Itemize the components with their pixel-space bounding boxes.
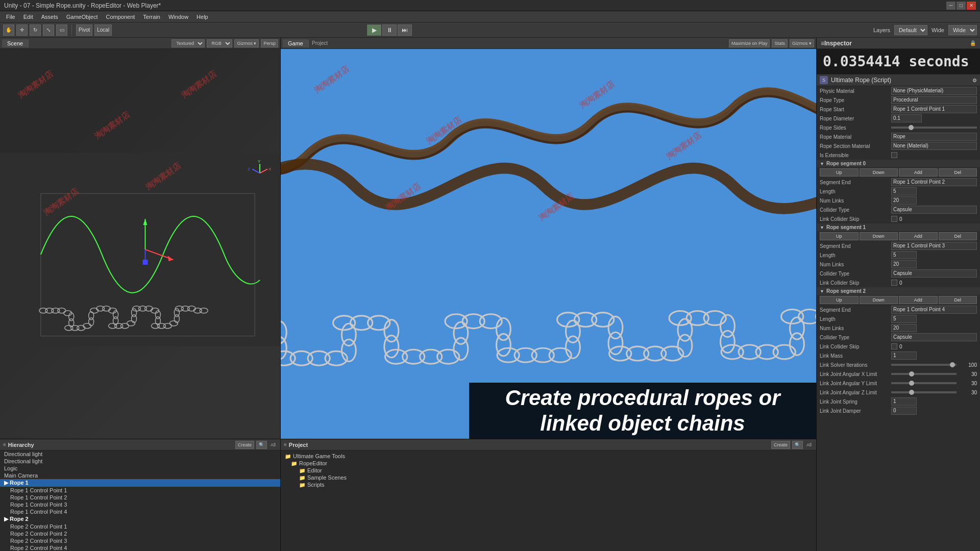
- segment1-up-button[interactable]: Up: [820, 232, 859, 240]
- segment2-header[interactable]: ▼ Rope segment 2: [817, 287, 980, 295]
- gizmos-button[interactable]: Gizmos ▾: [234, 39, 259, 47]
- project-search-button[interactable]: 🔍: [792, 441, 803, 449]
- rope-diameter-value[interactable]: 0.1: [891, 114, 922, 122]
- segment1-skip-checkbox[interactable]: [891, 280, 897, 286]
- minimize-button[interactable]: ─: [946, 2, 955, 10]
- hierarchy-search-button[interactable]: 🔍: [256, 441, 267, 449]
- rope-section-material-value[interactable]: None (Material): [891, 142, 977, 150]
- step-button[interactable]: ⏭: [398, 24, 412, 36]
- project-tree-sample-scenes[interactable]: 📁 Sample Scenes: [283, 474, 814, 481]
- segment2-del-button[interactable]: Del: [939, 296, 977, 304]
- hierarchy-item-logic[interactable]: Logic: [0, 465, 280, 472]
- menu-terrain[interactable]: Terrain: [139, 13, 164, 21]
- rope-type-value[interactable]: Procedural: [891, 96, 977, 104]
- project-tree-scripts[interactable]: 📁 Scripts: [283, 481, 814, 488]
- segment1-del-button[interactable]: Del: [939, 232, 977, 240]
- hierarchy-item-directional-light-1[interactable]: Directional light: [0, 450, 280, 458]
- segment2-collider-value[interactable]: Capsule: [891, 333, 977, 341]
- segment0-length-value[interactable]: 5: [891, 187, 917, 195]
- menu-assets[interactable]: Assets: [37, 13, 62, 21]
- scale-tool-button[interactable]: ⤡: [43, 24, 54, 36]
- rotate-tool-button[interactable]: ↻: [30, 24, 41, 36]
- render-mode-dropdown[interactable]: Textured: [172, 39, 205, 47]
- segment0-add-button[interactable]: Add: [899, 168, 938, 177]
- segment2-end-value[interactable]: Rope 1 Control Point 4: [891, 306, 977, 314]
- link-joint-damper-value[interactable]: 0: [891, 407, 917, 415]
- play-button[interactable]: ▶: [367, 24, 381, 36]
- project-create-button[interactable]: Create: [771, 441, 790, 449]
- segment2-down-button[interactable]: Down: [860, 296, 898, 304]
- hierarchy-item-rope1-cp1[interactable]: Rope 1 Control Point 1: [0, 487, 280, 494]
- inspector-lock-icon[interactable]: 🔒: [970, 40, 976, 46]
- segment0-skip-checkbox[interactable]: [891, 216, 897, 222]
- segment0-up-button[interactable]: Up: [820, 168, 859, 177]
- segment0-del-button[interactable]: Del: [939, 168, 977, 177]
- hierarchy-item-rope2[interactable]: ▶ Rope 2: [0, 515, 280, 523]
- hierarchy-item-rope2-cp3[interactable]: Rope 2 Control Point 3: [0, 537, 280, 544]
- segment2-skip-checkbox[interactable]: [891, 343, 897, 349]
- menu-edit[interactable]: Edit: [19, 13, 37, 21]
- hierarchy-item-directional-light-2[interactable]: Directional light: [0, 458, 280, 465]
- segment1-header[interactable]: ▼ Rope segment 1: [817, 223, 980, 231]
- segment0-header[interactable]: ▼ Rope segment 0: [817, 160, 980, 167]
- rope-start-value[interactable]: Rope 1 Control Point 1: [891, 105, 977, 113]
- maximize-button[interactable]: □: [957, 2, 966, 10]
- segment2-add-button[interactable]: Add: [899, 296, 938, 304]
- hierarchy-item-rope2-cp4[interactable]: Rope 2 Control Point 4: [0, 544, 280, 551]
- project-tree-editor[interactable]: 📁 Editor: [283, 467, 814, 474]
- link-mass-value[interactable]: 1: [891, 352, 917, 360]
- is-extensible-checkbox[interactable]: [891, 152, 897, 158]
- hierarchy-item-rope1-cp3[interactable]: Rope 1 Control Point 3: [0, 501, 280, 508]
- hierarchy-item-main-camera[interactable]: Main Camera: [0, 472, 280, 479]
- rgb-mode-dropdown[interactable]: RGB: [207, 39, 232, 47]
- link-joint-y-slider[interactable]: [891, 382, 957, 384]
- segment1-add-button[interactable]: Add: [899, 232, 938, 240]
- rope-material-value[interactable]: Rope: [891, 133, 977, 141]
- close-button[interactable]: ✕: [967, 2, 976, 10]
- link-joint-spring-value[interactable]: 1: [891, 397, 917, 406]
- segment0-numlinks-value[interactable]: 20: [891, 196, 917, 205]
- project-tree-rope-editor[interactable]: 📁 RopeEditor: [283, 460, 814, 467]
- maximize-on-play-button[interactable]: Maximize on Play: [729, 39, 770, 47]
- hierarchy-item-rope2-cp1[interactable]: Rope 2 Control Point 1: [0, 523, 280, 530]
- inspector-scroll[interactable]: 0.0354414 seconds S Ultimate Rope (Scrip…: [817, 49, 980, 551]
- physic-material-value[interactable]: None (PhysicMaterial): [891, 87, 977, 95]
- menu-component[interactable]: Component: [102, 13, 139, 21]
- hierarchy-item-rope1-cp4[interactable]: Rope 1 Control Point 4: [0, 508, 280, 515]
- persp-button[interactable]: Persp: [261, 39, 278, 47]
- menu-gameobject[interactable]: GameObject: [62, 13, 102, 21]
- link-joint-z-slider[interactable]: [891, 391, 957, 393]
- hierarchy-create-button[interactable]: Create: [235, 441, 254, 449]
- link-joint-x-slider[interactable]: [891, 373, 957, 375]
- segment0-collider-value[interactable]: Capsule: [891, 206, 977, 214]
- segment1-numlinks-value[interactable]: 20: [891, 260, 917, 268]
- rope-sides-slider[interactable]: [891, 127, 977, 129]
- menu-window[interactable]: Window: [164, 13, 192, 21]
- segment1-collider-value[interactable]: Capsule: [891, 269, 977, 278]
- segment2-numlinks-value[interactable]: 20: [891, 324, 917, 332]
- move-tool-button[interactable]: ✛: [16, 24, 28, 36]
- project-tree-ultimate-game-tools[interactable]: 📁 Ultimate Game Tools: [283, 453, 814, 460]
- hierarchy-item-rope1[interactable]: ▶ Rope 1: [0, 479, 280, 487]
- menu-file[interactable]: File: [2, 13, 19, 21]
- layers-dropdown[interactable]: Default: [894, 25, 927, 35]
- segment1-down-button[interactable]: Down: [860, 232, 898, 240]
- game-gizmos-button[interactable]: Gizmos ▾: [790, 39, 814, 47]
- tab-scene[interactable]: Scene: [2, 39, 29, 47]
- layout-dropdown[interactable]: Wide: [948, 25, 977, 35]
- hand-tool-button[interactable]: ✋: [3, 24, 14, 36]
- link-solver-slider[interactable]: [891, 364, 957, 366]
- segment0-down-button[interactable]: Down: [860, 168, 898, 177]
- hierarchy-item-rope2-cp2[interactable]: Rope 2 Control Point 2: [0, 530, 280, 537]
- segment2-up-button[interactable]: Up: [820, 296, 859, 304]
- segment2-length-value[interactable]: 5: [891, 315, 917, 323]
- pause-button[interactable]: ⏸: [382, 24, 397, 36]
- tab-game[interactable]: Game: [283, 39, 309, 47]
- segment0-end-value[interactable]: Rope 1 Control Point 2: [891, 178, 977, 186]
- pivot-button[interactable]: Pivot: [76, 24, 92, 36]
- segment1-end-value[interactable]: Rope 1 Control Point 3: [891, 242, 977, 250]
- inspector-menu-icon[interactable]: ⚙: [972, 78, 977, 83]
- rect-tool-button[interactable]: ▭: [56, 24, 67, 36]
- menu-help[interactable]: Help: [192, 13, 212, 21]
- local-button[interactable]: Local: [94, 24, 112, 36]
